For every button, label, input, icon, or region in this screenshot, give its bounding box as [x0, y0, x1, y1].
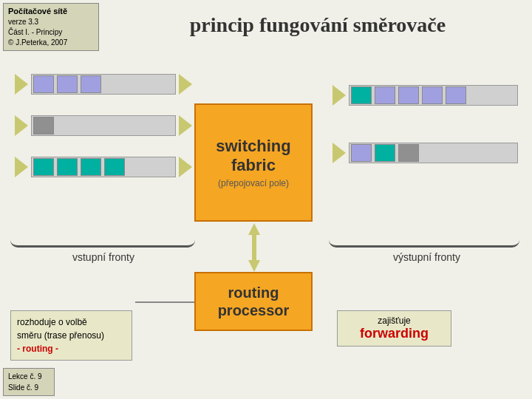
input-arrow-3: [15, 157, 28, 177]
output-in-arrow-1: [332, 85, 346, 106]
output-in-arrow-2: [332, 143, 346, 163]
cell: [351, 86, 372, 104]
double-arrow-icon: [245, 223, 263, 272]
svg-marker-0: [248, 223, 260, 235]
cell: [57, 158, 78, 176]
output-queue-bar-2: [349, 143, 518, 163]
switching-fabric-label: switchingfabric: [216, 137, 290, 176]
rozhoduje-line1: rozhoduje o volbě: [17, 316, 126, 329]
input-queues: [15, 74, 192, 198]
output-arrow-1: [179, 74, 192, 95]
input-arrow-1: [15, 74, 28, 95]
zajistuje-box: zajišťuje forwarding: [337, 310, 451, 347]
rozhoduje-line2: směru (trase přenosu): [17, 329, 126, 342]
cell: [33, 75, 54, 93]
queue-bar-1: [31, 74, 176, 95]
input-arrow-2: [15, 115, 28, 136]
output-queue-row-1: [332, 85, 521, 106]
course-title: Počítačové sítě: [8, 6, 94, 17]
switching-fabric-box: switchingfabric (přepojovací pole): [194, 103, 313, 222]
svg-rect-1: [252, 233, 256, 262]
output-queues-label: výstupní fronty: [332, 251, 521, 263]
queue-bar-2: [31, 115, 176, 136]
cell: [104, 158, 125, 176]
routing-processor-box: routingprocessor: [194, 272, 313, 331]
output-queue-row-2: [332, 143, 521, 163]
cell: [33, 158, 54, 176]
input-queue-row-1: [15, 74, 192, 95]
svg-marker-2: [248, 260, 260, 272]
connector-line: [135, 301, 194, 303]
cell: [81, 158, 101, 176]
rozhoduje-line3: - routing -: [17, 342, 126, 355]
cell: [422, 86, 443, 104]
version: verze 3.3: [8, 17, 94, 27]
cell: [375, 144, 395, 162]
output-arrow-2: [179, 115, 192, 136]
part: Část I. - Principy: [8, 27, 94, 38]
input-queue-row-3: [15, 157, 192, 177]
output-arrow-3: [179, 157, 192, 177]
cell: [351, 144, 372, 162]
switching-fabric-sublabel: (přepojovací pole): [218, 178, 289, 188]
slide-label: Slide č. 9: [8, 382, 50, 393]
routing-processor-label: routingprocessor: [218, 284, 290, 319]
input-queues-label: vstupní fronty: [15, 251, 192, 263]
input-queue-row-2: [15, 115, 192, 136]
lecture-label: Lekce č. 9: [8, 371, 50, 382]
output-queue-bar-1: [349, 85, 518, 106]
zajistuje-line1: zajišťuje: [344, 316, 445, 326]
main-title: princip fungování směrovače: [111, 13, 525, 37]
cell: [375, 86, 395, 104]
rozhoduje-box: rozhoduje o volbě směru (trase přenosu) …: [10, 310, 132, 361]
info-box: Počítačové sítě verze 3.3 Část I. - Prin…: [3, 3, 99, 51]
cell: [57, 75, 78, 93]
output-queues: [332, 85, 521, 200]
author: © J.Peterka, 2007: [8, 38, 94, 48]
bottom-info-box: Lekce č. 9 Slide č. 9: [3, 368, 55, 396]
cell: [398, 86, 419, 104]
queue-bar-3: [31, 157, 176, 177]
cell: [81, 75, 101, 93]
cell: [398, 144, 419, 162]
cell: [33, 117, 54, 134]
forwarding-label: forwarding: [344, 326, 445, 341]
cell: [446, 86, 466, 104]
